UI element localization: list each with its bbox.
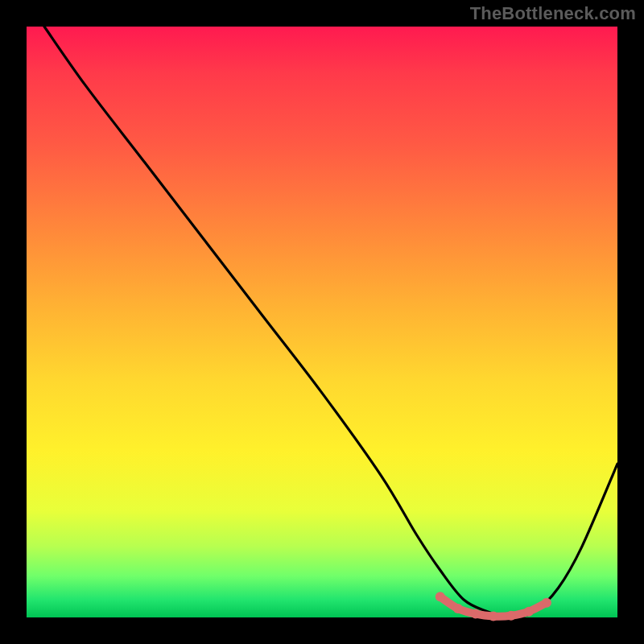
optimal-dot (489, 612, 498, 621)
optimal-dot (524, 607, 534, 617)
optimal-dot (542, 598, 551, 608)
optimal-dot (471, 609, 481, 619)
optimal-dot (453, 604, 463, 613)
optimal-dot (436, 592, 445, 601)
curve-layer (27, 27, 617, 617)
plot-area (27, 27, 617, 617)
bottleneck-curve (44, 27, 617, 617)
chart-frame: TheBottleneck.com (0, 0, 644, 644)
watermark-text: TheBottleneck.com (470, 3, 636, 24)
optimal-dot (506, 611, 516, 621)
